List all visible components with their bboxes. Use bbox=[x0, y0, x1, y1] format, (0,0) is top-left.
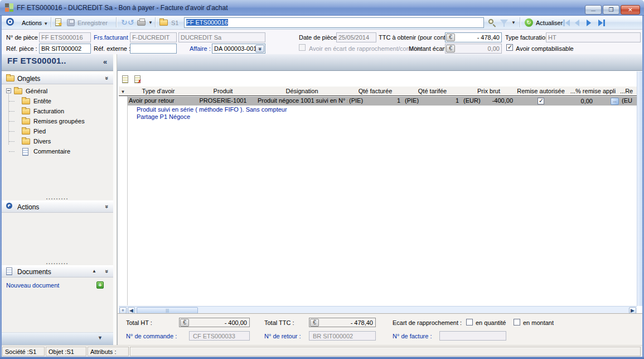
column-header[interactable]: Produit bbox=[190, 87, 256, 95]
tree-collapse-icon[interactable] bbox=[6, 88, 11, 93]
cell-designation[interactable]: Produit négoce 1001 suivi en N° s bbox=[256, 97, 347, 106]
save-button[interactable] bbox=[67, 19, 75, 26]
collapse-panel-icon[interactable]: » bbox=[104, 205, 110, 208]
grid-selector-divider bbox=[127, 96, 128, 305]
unit: (PIE) bbox=[349, 97, 363, 106]
actions-panel-label: Actions bbox=[17, 203, 39, 211]
column-header[interactable]: Désignation bbox=[256, 87, 347, 95]
maximize-button[interactable]: ❐ bbox=[603, 5, 619, 15]
column-header[interactable]: Qté facturée bbox=[347, 87, 403, 95]
value: -400,00 bbox=[492, 97, 513, 106]
search-icon[interactable] bbox=[488, 19, 493, 24]
new-document-link[interactable]: Nouveau document bbox=[6, 282, 59, 289]
affaire-label[interactable]: Affaire : bbox=[190, 45, 211, 52]
close-button[interactable]: ✕ bbox=[621, 5, 640, 15]
total-ht-label: Total HT : bbox=[126, 319, 152, 326]
actions-menu-button[interactable]: Actions ▼ bbox=[22, 20, 48, 26]
collapse-panel-icon[interactable]: » bbox=[104, 270, 110, 273]
add-document-button[interactable]: + bbox=[96, 281, 104, 289]
panel-splitter-handle[interactable]: ......... bbox=[2, 260, 113, 265]
currency-euro-button[interactable]: € bbox=[446, 33, 455, 41]
tree-item-label: Commentaire bbox=[33, 148, 70, 155]
collapse-panel-icon[interactable]: » bbox=[104, 76, 110, 80]
sidebar-splitter[interactable] bbox=[113, 54, 117, 345]
minimize-button[interactable]: — bbox=[585, 5, 602, 15]
facture-label[interactable]: N° de facture : bbox=[393, 333, 432, 339]
sidebar-item-commentaire[interactable]: Commentaire bbox=[2, 147, 113, 156]
sidebar-bottom-bar[interactable]: ▼ bbox=[2, 332, 113, 345]
retour-label[interactable]: N° de retour : bbox=[264, 333, 301, 339]
nav-previous-button[interactable] bbox=[575, 20, 579, 26]
sidebar-collapse-icon[interactable]: « bbox=[103, 58, 107, 66]
refresh-green-icon[interactable]: ↻ bbox=[525, 18, 533, 27]
refresh-button[interactable]: Actualiser bbox=[536, 20, 563, 26]
cell-remise-autorisee[interactable] bbox=[516, 97, 566, 106]
commande-label[interactable]: N° de commande : bbox=[126, 333, 177, 339]
print-options-dropdown[interactable]: ▼ bbox=[148, 20, 153, 25]
column-header[interactable]: Qté tarifée bbox=[403, 87, 462, 95]
column-header[interactable]: Type d'avoir bbox=[127, 87, 190, 95]
grid-subline: Produit suivi en série ( méthode FIFO ).… bbox=[137, 106, 287, 113]
affaire-dropdown-button[interactable]: » bbox=[255, 45, 264, 52]
cell-re[interactable]: (EU bbox=[620, 97, 637, 106]
en-quantite-checkbox[interactable] bbox=[466, 319, 473, 326]
tree-item-label: Pied bbox=[33, 128, 46, 135]
sidebar-item-divers[interactable]: Divers bbox=[2, 137, 113, 146]
supplier-label[interactable]: Frs.facturant : bbox=[94, 34, 132, 41]
app-logo-icon bbox=[5, 3, 13, 12]
sidebar-item-general[interactable]: Général bbox=[2, 87, 113, 95]
ttc-control-field[interactable]: € - 478,40 bbox=[445, 32, 502, 42]
close-icon: ✕ bbox=[628, 7, 632, 13]
cell-type-avoir[interactable]: Avoir pour retour bbox=[127, 97, 190, 106]
nav-next-button[interactable] bbox=[587, 20, 591, 26]
cell-qte-tarifee[interactable]: (PIE) 1 bbox=[403, 97, 462, 106]
montant-ecart-label: Montant écart : bbox=[409, 45, 449, 52]
column-header[interactable]: ...Re bbox=[620, 87, 637, 95]
cell-qte-facturee[interactable]: (PIE) 1 bbox=[347, 97, 403, 106]
documents-panel-header[interactable]: Documents ▲ » bbox=[2, 265, 113, 277]
statusbar-attributs: Attributs : bbox=[88, 347, 129, 356]
record-strip-left: FF ETS00001.. « bbox=[2, 54, 113, 71]
new-with-star-button[interactable]: ★ bbox=[55, 18, 61, 26]
grid-new-line-button[interactable] bbox=[122, 75, 128, 83]
save-button-label[interactable]: Enregistrer bbox=[78, 20, 108, 26]
actions-panel-header[interactable]: Actions » bbox=[2, 200, 113, 213]
panel-splitter-handle[interactable]: ......... bbox=[2, 195, 113, 200]
cell-prix-brut[interactable]: (EUR) -400,00 bbox=[462, 97, 516, 106]
horizontal-scrollbar[interactable]: + ◀ ▶ bbox=[119, 306, 637, 314]
filter-icon[interactable] bbox=[500, 20, 508, 25]
cell-produit[interactable]: PROSERIE-1001 bbox=[190, 97, 256, 106]
filter-options-dropdown[interactable]: ▼ bbox=[511, 20, 516, 25]
actions-bullseye-icon bbox=[6, 203, 12, 209]
refresh-icon[interactable]: ↻↺ bbox=[121, 18, 134, 26]
column-header[interactable]: Remise autorisée bbox=[516, 87, 566, 95]
value: 0,00 bbox=[581, 97, 611, 106]
sidebar-item-remises-groupees[interactable]: Remises groupées bbox=[2, 117, 113, 126]
print-button[interactable] bbox=[137, 20, 146, 26]
grid-delete-line-button[interactable]: ✗ bbox=[134, 75, 141, 83]
grid-row-selected[interactable]: Avoir pour retour PROSERIE-1001 Produit … bbox=[119, 97, 637, 106]
piece-number-field: FF ETS000016 bbox=[39, 32, 91, 42]
sidebar-item-facturation[interactable]: Facturation bbox=[2, 107, 113, 116]
cell-editor-more-button[interactable]: ... bbox=[611, 98, 619, 105]
currency-euro-button[interactable]: € bbox=[310, 319, 319, 327]
currency-euro-button[interactable]: € bbox=[180, 319, 189, 327]
grid-selector-header[interactable]: ▼ bbox=[119, 87, 127, 95]
ref-externe-field[interactable] bbox=[130, 44, 177, 54]
column-header[interactable]: ...% remise appli bbox=[566, 87, 620, 95]
sidebar-item-entete[interactable]: Entête bbox=[2, 97, 113, 106]
vertical-scrollbar[interactable] bbox=[637, 71, 642, 306]
onglets-panel-header[interactable]: Onglets » bbox=[2, 72, 113, 84]
cell-remise-pct[interactable]: 0,00 ... bbox=[566, 97, 620, 106]
ref-piece-field[interactable]: BR SIT000002 bbox=[39, 44, 91, 54]
affaire-combo[interactable]: DA 000003-001 » bbox=[212, 44, 265, 54]
ecart-rapprochement-label: Avoir en écart de rapprochement/contrôle bbox=[309, 45, 422, 52]
remise-autorisee-checkbox[interactable] bbox=[538, 98, 544, 104]
column-header[interactable]: Prix brut bbox=[462, 87, 516, 95]
record-search-input[interactable]: FF ETS000016 bbox=[184, 17, 484, 28]
row-selector-cell[interactable] bbox=[119, 97, 127, 106]
scroll-up-icon[interactable]: ▲ bbox=[92, 269, 96, 274]
sidebar-item-pied[interactable]: Pied bbox=[2, 127, 113, 136]
avoir-comptabilisable-checkbox[interactable] bbox=[506, 44, 513, 51]
en-montant-checkbox[interactable] bbox=[514, 319, 520, 326]
